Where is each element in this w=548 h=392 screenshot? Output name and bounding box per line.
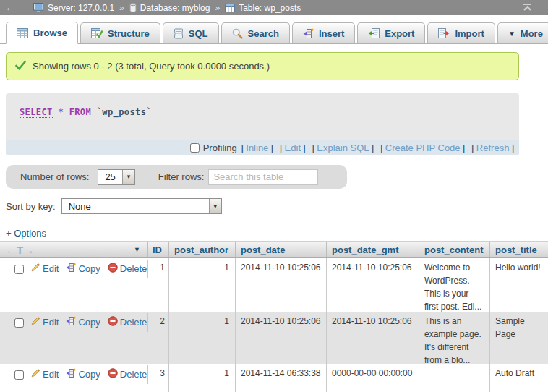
sort-key-select[interactable]: None ▼	[61, 198, 222, 214]
column-header-post-title[interactable]: post_title	[490, 242, 548, 257]
column-header-post-date-gmt[interactable]: post_date_gmt	[327, 242, 419, 257]
cell-post-date: 2014-11-10 10:25:06	[236, 312, 327, 364]
column-visibility-arrows[interactable]: ←T→	[6, 244, 35, 256]
row-checkbox[interactable]	[14, 265, 24, 274]
column-header-post-author[interactable]: post_author	[169, 242, 236, 257]
tab-search[interactable]: Search	[221, 22, 290, 43]
sort-row: Sort by key: None ▼	[6, 197, 222, 216]
sql-query-box: SELECT * FROM `wp_posts` Profiling [Inli…	[6, 93, 519, 155]
tab-label: Structure	[108, 28, 150, 39]
edit-link[interactable]: Edit	[43, 263, 59, 276]
sql-star: *	[58, 107, 64, 117]
tab-import[interactable]: Import	[427, 22, 495, 43]
delete-icon	[108, 368, 118, 382]
edit-link[interactable]: Edit	[43, 316, 59, 329]
rows-per-page-select[interactable]: 25 ▼	[98, 169, 134, 185]
breadcrumb-server[interactable]: Server: 127.0.0.1	[48, 3, 114, 13]
cell-post-content: This is an example page. It's different …	[419, 312, 490, 364]
tab-browse[interactable]: Browse	[6, 22, 78, 44]
bracket: [	[471, 142, 474, 153]
tab-insert[interactable]: Insert	[292, 22, 355, 43]
bracket: ]	[372, 142, 374, 153]
row-checkbox[interactable]	[14, 318, 24, 328]
column-header-post-date[interactable]: post_date	[236, 242, 327, 257]
edit-icon	[30, 316, 40, 330]
delete-link[interactable]: Delete	[120, 316, 147, 329]
breadcrumb: Server: 127.0.0.1 » Database: myblog » T…	[33, 3, 301, 13]
tab-label: More	[521, 28, 543, 39]
tab-label: Search	[248, 28, 279, 39]
edit-query-link[interactable]: Edit	[285, 142, 301, 153]
breadcrumb-table[interactable]: Table: wp_posts	[239, 3, 301, 13]
browse-icon	[17, 28, 28, 38]
copy-link[interactable]: Copy	[78, 368, 100, 381]
delete-icon	[108, 263, 118, 276]
copy-icon	[66, 316, 76, 330]
column-header-actions: ←T→ ▼	[0, 242, 148, 257]
cell-post-content	[419, 364, 490, 392]
row-checkbox[interactable]	[14, 370, 24, 380]
copy-link[interactable]: Copy	[78, 263, 100, 276]
refresh-link[interactable]: Refresh	[476, 142, 510, 153]
copy-icon	[66, 368, 76, 382]
query-link-group: [Explain SQL]	[310, 142, 377, 153]
delete-link[interactable]: Delete	[120, 263, 147, 276]
breadcrumb-database[interactable]: Database: myblog	[140, 3, 210, 13]
import-icon	[438, 28, 450, 38]
query-toolbar: Profiling [Inline] [Edit] [Explain SQL] …	[6, 140, 519, 155]
status-message: Showing rows 0 - 2 (3 total, Query took …	[6, 52, 519, 80]
inline-link[interactable]: Inline	[246, 142, 268, 153]
search-icon	[232, 28, 243, 39]
status-text: Showing rows 0 - 2 (3 total, Query took …	[33, 61, 270, 72]
delete-link[interactable]: Delete	[120, 368, 147, 381]
row-actions: Edit Copy Delete	[0, 313, 148, 332]
rows-per-page-value: 25	[98, 170, 121, 184]
create-php-code-link[interactable]: Create PHP Code	[385, 142, 461, 153]
query-link-group: [Refresh]	[469, 142, 516, 153]
cell-post-date-gmt: 2014-11-10 10:25:06	[327, 258, 419, 312]
cell-id: 3	[148, 364, 169, 392]
edit-link[interactable]: Edit	[43, 368, 59, 381]
bracket: [	[241, 142, 244, 153]
success-check-icon	[15, 61, 26, 72]
copy-link[interactable]: Copy	[78, 316, 100, 329]
structure-icon	[91, 28, 103, 38]
cell-post-content: Welcome to WordPress. This is your first…	[419, 258, 490, 312]
tab-label: Browse	[33, 27, 67, 38]
table-row: Edit Copy Delete 1 1 2014-11-10 10:25:06…	[0, 258, 548, 312]
query-link-group: [Create PHP Code]	[378, 142, 467, 153]
options-toggle-link[interactable]: + Options	[6, 228, 46, 239]
cell-post-author: 1	[169, 258, 236, 312]
explain-sql-link[interactable]: Explain SQL	[317, 142, 369, 153]
cell-id: 2	[148, 312, 169, 364]
profiling-label: Profiling	[203, 142, 237, 153]
cell-post-date: 2014-11-14 06:33:38	[236, 364, 327, 392]
back-arrow-icon[interactable]: ←	[5, 2, 14, 13]
query-link-group: [Edit]	[278, 142, 308, 153]
column-header-post-content[interactable]: post_content	[419, 242, 490, 257]
dropdown-arrow-icon: ▼	[209, 199, 221, 213]
column-header-id[interactable]: ID	[148, 242, 169, 257]
tab-sql[interactable]: SQL	[163, 22, 219, 43]
server-icon	[33, 3, 44, 12]
bracket: [	[312, 142, 315, 153]
tab-more[interactable]: ▼ More	[497, 22, 548, 43]
cell-post-author: 1	[169, 312, 236, 364]
filter-table-input[interactable]	[208, 169, 318, 185]
bracket: ]	[511, 142, 514, 153]
sql-query-text: SELECT * FROM `wp_posts`	[20, 107, 152, 117]
sql-keyword-select[interactable]: SELECT	[20, 107, 53, 118]
tab-structure[interactable]: Structure	[80, 22, 160, 43]
row-actions: Edit Copy Delete	[0, 365, 148, 384]
dropdown-arrow-icon: ▼	[122, 170, 134, 184]
collapse-top-icon[interactable]	[523, 3, 532, 14]
sql-icon	[174, 28, 184, 39]
sort-caret-icon[interactable]: ▼	[134, 246, 140, 253]
results-table: ←T→ ▼ ID post_author post_date post_date…	[0, 241, 548, 392]
tab-bar: Browse Structure SQL Search Insert Expor…	[0, 15, 548, 44]
profiling-checkbox[interactable]	[190, 143, 200, 153]
export-icon	[368, 28, 380, 38]
row-actions: Edit Copy Delete	[0, 260, 148, 278]
cell-post-date-gmt: 0000-00-00 00:00:00	[327, 364, 419, 392]
tab-export[interactable]: Export	[357, 22, 425, 43]
